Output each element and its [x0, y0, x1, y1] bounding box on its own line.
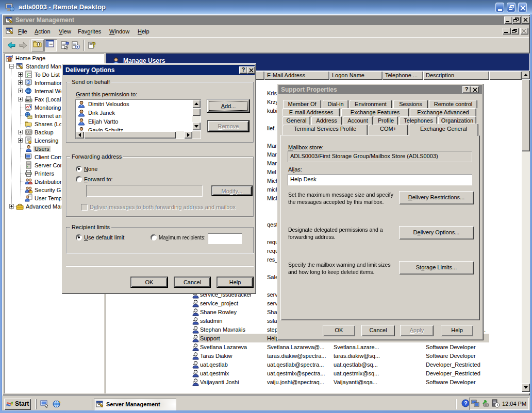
scroll-down-button[interactable] — [192, 122, 201, 130]
scroll-left-button[interactable] — [76, 131, 84, 139]
tree-expand-icon[interactable] — [18, 72, 23, 77]
use-default-limit-radio[interactable] — [76, 234, 82, 240]
start-button[interactable]: Start — [4, 399, 31, 410]
tab-terminal-services-profile[interactable]: Terminal Services Profile — [282, 125, 368, 135]
forward-button[interactable] — [17, 41, 28, 50]
support-help-button[interactable]: ? — [462, 86, 471, 93]
column-header-e-mail-address[interactable]: E-Mail Address — [264, 71, 329, 80]
forward-to-radio[interactable] — [76, 176, 82, 182]
tree-collapse-icon[interactable] — [9, 64, 14, 68]
tab-account[interactable]: Account — [343, 116, 373, 125]
menu-file[interactable]: File — [18, 25, 27, 37]
add-button[interactable]: Add... — [207, 99, 250, 113]
none-radio-label[interactable]: None — [84, 166, 97, 172]
delivery-close-button[interactable] — [247, 66, 255, 74]
help-button[interactable]: ? — [87, 40, 97, 50]
scroll-thumb[interactable] — [522, 79, 530, 151]
maximum-recipients-radio[interactable] — [151, 234, 157, 240]
console-titlebar[interactable]: Server Management — [3, 15, 529, 25]
cancel-button[interactable]: Cancel — [174, 277, 211, 288]
support-dialog-titlebar[interactable]: Support Properties ? — [278, 85, 482, 94]
delivery-help-button[interactable]: ? — [239, 66, 247, 74]
deliver-both-checkbox[interactable] — [81, 204, 88, 211]
tab-exchange-features[interactable]: Exchange Features — [341, 108, 409, 116]
grant-list-item[interactable]: Dirk Janek — [76, 109, 184, 117]
scroll-down-button[interactable] — [522, 383, 530, 392]
tree-expand-icon[interactable] — [18, 80, 23, 85]
list-row-vaijayanti-joshi[interactable]: Vaijayanti Joshivaiju.joshi@spectraq...V… — [106, 378, 524, 387]
mdi-minimize-button[interactable] — [503, 28, 511, 35]
remove-button[interactable]: Remove — [207, 120, 250, 132]
tree-item-home-page[interactable]: Home Page — [4, 54, 104, 62]
rdp-close-button[interactable] — [518, 3, 527, 12]
server-status-icon[interactable] — [491, 399, 500, 408]
tab-sessions[interactable]: Sessions — [393, 100, 428, 108]
tab-profile[interactable]: Profile — [374, 116, 398, 125]
menu-help[interactable]: Help — [138, 25, 149, 37]
list-vertical-scrollbar[interactable] — [522, 71, 530, 392]
up-folder-button[interactable] — [31, 39, 44, 51]
network-icon[interactable] — [471, 399, 480, 408]
listbox-horizontal-scrollbar[interactable] — [76, 131, 192, 139]
forward-to-radio-label[interactable]: Forward to: — [84, 176, 113, 182]
export-list-button[interactable] — [70, 41, 80, 50]
storage-limits--button[interactable]: Storage Limits... — [399, 261, 474, 274]
maximum-recipients-label[interactable]: Maximum recipients: — [159, 234, 206, 240]
server-management-task-button[interactable]: Server Management — [94, 399, 176, 410]
grant-list-item[interactable]: Elijah Vartto — [76, 117, 184, 126]
support-close-button[interactable] — [471, 86, 479, 93]
listbox-vertical-scrollbar[interactable] — [192, 100, 201, 130]
properties-button[interactable] — [59, 41, 70, 50]
tab-exchange-advanced[interactable]: Exchange Advanced — [410, 108, 476, 116]
scroll-thumb[interactable] — [192, 108, 201, 116]
grant-permission-listbox[interactable]: Dimitri VeloudosDirk JanekElijah VarttoG… — [75, 99, 201, 139]
menu-action[interactable]: Action — [35, 25, 51, 37]
help-button[interactable]: Help — [217, 277, 254, 288]
maximum-recipients-field[interactable] — [208, 233, 242, 244]
scroll-up-button[interactable] — [192, 100, 201, 108]
apply-button[interactable]: Apply — [400, 325, 434, 336]
list-row-uat-qestlab[interactable]: uat.qestlabuat.qestlab@spectra...uat.qes… — [106, 360, 524, 369]
delivery-dialog-titlebar[interactable]: Delivery Options ? — [63, 65, 255, 75]
tab-dial-in[interactable]: Dial-in — [323, 100, 348, 108]
taskbar-clock[interactable]: 12:04 PM — [502, 401, 526, 407]
mdi-restore-button[interactable] — [511, 28, 519, 35]
ok-button[interactable]: OK — [130, 277, 168, 288]
tab-address[interactable]: Address — [311, 116, 342, 125]
delivery-options--button[interactable]: Delivery Options... — [399, 226, 474, 239]
menu-view[interactable]: View — [59, 25, 71, 37]
column-header-description[interactable]: Description — [423, 71, 489, 80]
tab-exchange-general[interactable]: Exchange General — [409, 124, 478, 136]
tab-remote-control[interactable]: Remote control — [429, 100, 477, 108]
help-support-icon[interactable]: ? — [461, 399, 470, 407]
delivery-restrictions--button[interactable]: Delivery Restrictions... — [399, 191, 474, 204]
tree-expand-icon[interactable] — [18, 97, 23, 101]
tab-general[interactable]: General — [282, 116, 310, 125]
console-restore-button[interactable] — [512, 16, 521, 24]
column-header-telephone-[interactable]: Telephone ... — [383, 71, 423, 80]
mdi-child-icon[interactable] — [6, 27, 14, 35]
menu-window[interactable]: Window — [109, 25, 129, 37]
rdp-titlebar[interactable]: adls0003 - Remote Desktop — [0, 0, 532, 14]
grant-list-item[interactable]: Dimitri Veloudos — [76, 100, 184, 109]
none-radio[interactable] — [76, 166, 82, 172]
tab-environment[interactable]: Environment — [350, 100, 392, 108]
deliver-both-label[interactable]: Deliver messages to both forwarding addr… — [90, 204, 236, 210]
tree-expand-icon[interactable] — [18, 89, 23, 93]
cancel-button[interactable]: Cancel — [361, 325, 395, 336]
scroll-right-button[interactable] — [184, 131, 192, 139]
console-close-button[interactable] — [522, 16, 530, 24]
column-header-name[interactable] — [489, 71, 522, 80]
scroll-thumb[interactable] — [84, 131, 176, 139]
show-hide-tree-button[interactable] — [44, 39, 57, 51]
modify-button[interactable]: Modify... — [211, 185, 253, 196]
console-minimize-button[interactable] — [504, 16, 512, 24]
scroll-up-button[interactable] — [522, 71, 530, 79]
show-desktop-icon[interactable] — [40, 400, 49, 408]
tab-member-of[interactable]: Member Of — [283, 100, 321, 108]
rdp-restore-button[interactable] — [507, 3, 516, 12]
list-row-taras-diakiw[interactable]: Taras Diakiwtaras.diakiw@spectra...taras… — [106, 352, 524, 360]
use-default-limit-label[interactable]: Use default limit — [84, 234, 124, 240]
internet-explorer-icon[interactable] — [52, 400, 61, 408]
list-row-svetlana-lazareva[interactable]: Svetlana LazarevaSvetlana.Lazareva@...Sv… — [106, 343, 524, 352]
